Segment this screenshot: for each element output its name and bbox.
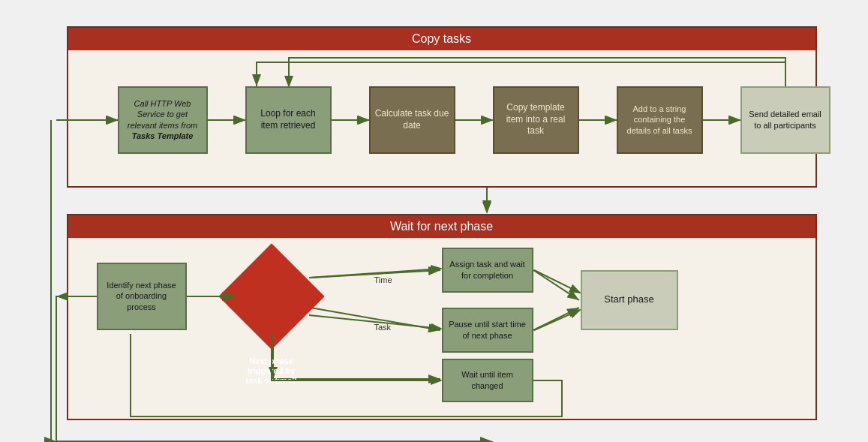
calc-date-box: Calculate task due date (369, 86, 455, 154)
left-loop-line (50, 120, 52, 443)
wait-item-box: Wait until item changed (442, 359, 533, 402)
add-string-box: Add to a string containing the details o… (617, 86, 703, 154)
send-email-label: Send detailed email to all participants (746, 109, 824, 131)
call-http-box: Call HTTP Web Service to get relevant it… (118, 86, 208, 154)
add-string-label: Add to a string containing the details o… (623, 104, 697, 136)
loop-each-label: Loop for each item retrieved (251, 108, 326, 131)
wait-header: Wait for next phase (68, 215, 815, 238)
identify-phase-box: Identify next phase of onboarding proces… (97, 263, 187, 330)
next-phase-diamond: Next phase triggered by task or time? (234, 259, 309, 334)
copy-template-box: Copy template item into a real task (493, 86, 579, 154)
task-label: Task (374, 323, 392, 332)
time-label: Time (374, 275, 392, 284)
pause-until-label: Pause until start time of next phase (448, 319, 527, 341)
diamond-label: Next phase triggered by task or time? (234, 334, 309, 409)
copy-template-label: Copy template item into a real task (499, 102, 573, 137)
start-phase-box: Start phase (581, 270, 678, 330)
copy-tasks-header: Copy tasks (68, 28, 815, 50)
diagram-container: Copy tasks Wait for next phase (22, 11, 847, 431)
identify-phase-label: Identify next phase of onboarding proces… (103, 280, 181, 312)
calc-date-label: Calculate task due date (375, 108, 449, 131)
send-email-box: Send detailed email to all participants (740, 86, 830, 154)
assign-task-label: Assign task and wait for completion (448, 259, 527, 281)
pause-until-box: Pause until start time of next phase (442, 308, 533, 353)
assign-task-box: Assign task and wait for completion (442, 248, 533, 293)
wait-item-label: Wait until item changed (448, 369, 527, 391)
loop-each-box: Loop for each item retrieved (245, 86, 332, 154)
start-phase-label: Start phase (604, 293, 654, 306)
call-http-label: Call HTTP Web Service to get relevant it… (124, 98, 202, 141)
